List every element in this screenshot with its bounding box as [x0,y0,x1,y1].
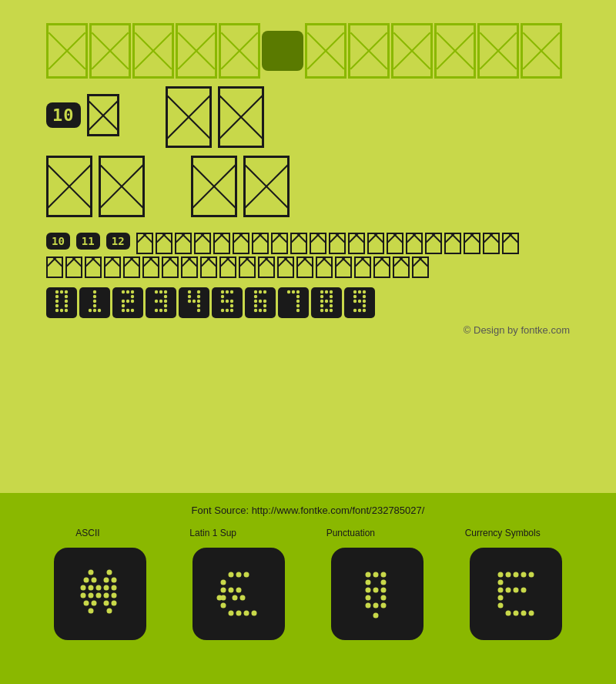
dot-1-svg [84,290,105,316]
latin-icon-box[interactable] [192,548,285,640]
preview-row-1: 10 [46,94,570,148]
svg-point-169 [506,611,511,616]
svg-point-40 [164,309,167,312]
svg-point-12 [93,290,96,293]
svg-point-143 [366,572,371,578]
svg-point-149 [373,588,379,593]
strip-char [162,256,179,278]
strip-char [502,233,519,254]
svg-point-80 [320,290,323,293]
svg-point-44 [197,295,200,298]
dot-digit-9 [344,287,375,318]
svg-point-111 [96,585,102,591]
svg-point-52 [230,290,233,293]
svg-point-113 [112,585,117,591]
svg-point-162 [498,580,504,585]
svg-point-121 [104,601,109,606]
punctuation-icon-box[interactable] [331,548,424,640]
badge-number: 10 [46,102,81,128]
svg-point-90 [320,309,323,312]
svg-point-55 [226,300,229,303]
svg-point-19 [122,290,125,293]
category-currency: Currency Symbols [465,528,541,538]
svg-point-96 [353,295,357,298]
icons-row [31,548,585,640]
svg-point-114 [81,593,86,598]
svg-point-98 [353,300,357,303]
svg-point-85 [320,300,323,303]
svg-point-128 [236,572,242,578]
strip-char [156,233,172,254]
strip-char [373,256,390,278]
svg-point-130 [221,580,226,585]
title-char-5 [219,23,260,79]
svg-point-106 [92,578,97,583]
svg-point-63 [263,290,266,293]
svg-point-3 [55,295,59,298]
svg-point-22 [131,295,134,298]
svg-point-33 [164,295,167,298]
svg-point-79 [296,309,300,312]
svg-point-131 [221,588,226,593]
svg-point-147 [381,580,387,585]
ascii-icon-box[interactable] [54,548,146,640]
num-badge-11: 11 [76,233,100,250]
svg-point-21 [131,290,134,293]
svg-point-72 [263,309,266,312]
strip-char [310,233,326,254]
svg-point-46 [192,300,196,303]
svg-point-101 [363,304,366,307]
title-chars [46,23,564,79]
currency-icon-svg [485,563,547,625]
svg-point-65 [254,300,257,303]
svg-point-71 [259,309,262,312]
svg-point-103 [358,309,361,312]
svg-point-20 [126,290,129,293]
medium-char-left-1 [46,156,92,217]
svg-point-100 [363,300,366,303]
svg-point-50 [221,290,224,293]
svg-point-39 [159,309,162,312]
categories-row: ASCII Latin 1 Sup Punctuation Currency S… [31,528,585,538]
dot-5-svg [216,290,238,316]
svg-point-36 [164,300,167,303]
svg-point-122 [112,601,117,606]
strip-char [316,256,333,278]
svg-point-69 [263,304,266,307]
svg-point-102 [353,309,357,312]
strip-char [181,256,198,278]
svg-point-34 [155,300,158,303]
large-chars-right [166,86,264,148]
strip-char [85,256,102,278]
dot-digit-4 [179,287,209,318]
medium-chars-left [46,156,145,217]
title-char-11 [477,23,519,79]
svg-point-76 [296,295,300,298]
main-preview-area: 10 10 11 12 [0,0,616,493]
strip-char [219,256,236,278]
dot-9-svg [349,290,370,316]
dot-7-svg [283,290,304,316]
svg-point-77 [296,300,300,303]
svg-point-16 [89,309,92,312]
strip-char [104,256,121,278]
currency-icon-box[interactable] [470,548,562,640]
svg-point-136 [229,611,234,616]
svg-point-9 [55,309,59,312]
svg-point-137 [236,611,242,616]
svg-point-0 [55,290,59,293]
medium-char-right-1 [191,156,237,217]
svg-point-82 [330,290,333,293]
svg-point-51 [226,290,229,293]
medium-char-left-2 [99,156,145,217]
strip-char [213,233,230,254]
small-x-char [87,94,119,136]
svg-point-61 [254,290,257,293]
small-char-strip [136,233,519,254]
svg-point-129 [244,572,249,578]
dot-digit-6 [245,287,276,318]
strip-char [123,256,140,278]
dot-4-svg [183,290,205,316]
svg-point-157 [498,572,504,578]
svg-point-163 [498,588,504,593]
